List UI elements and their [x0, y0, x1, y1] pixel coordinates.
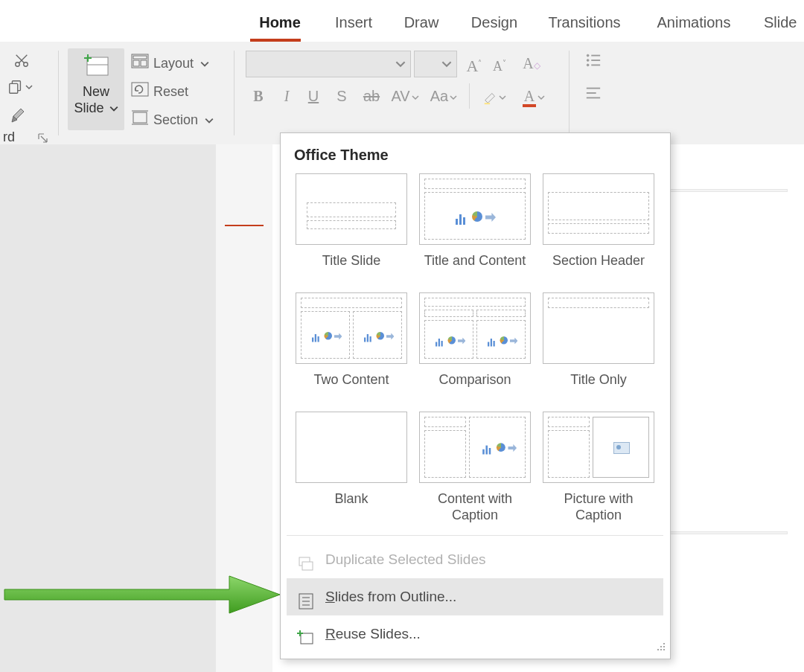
- layout-label: Title Slide: [296, 252, 407, 269]
- reset-icon: [131, 80, 149, 105]
- svg-rect-3: [10, 83, 18, 93]
- copy-icon[interactable]: [7, 79, 24, 98]
- resize-grip-icon[interactable]: [655, 641, 666, 654]
- svg-rect-27: [302, 562, 313, 570]
- change-case-button[interactable]: Aa: [427, 83, 460, 109]
- shrink-font-button[interactable]: A˅: [488, 51, 511, 79]
- svg-point-35: [663, 643, 665, 644]
- clipboard-group-label-partial: rd: [3, 129, 15, 145]
- layout-label: Picture with Caption: [543, 490, 654, 523]
- layout-title-slide[interactable]: Title Slide: [296, 173, 407, 269]
- highlight-button[interactable]: [479, 83, 509, 109]
- reset-label: Reset: [153, 84, 188, 99]
- layout-label: Blank: [296, 490, 407, 507]
- picture-icon: [613, 442, 630, 454]
- svg-point-15: [587, 60, 589, 62]
- cut-icon[interactable]: [13, 52, 30, 71]
- svg-point-37: [663, 646, 665, 647]
- bullets-button[interactable]: [581, 51, 606, 76]
- layout-label: Title Only: [543, 371, 654, 388]
- italic-button[interactable]: I: [275, 83, 298, 109]
- layout-content-with-caption[interactable]: Content with Caption: [419, 412, 531, 523]
- clear-formatting-button[interactable]: A◇: [518, 51, 545, 78]
- layout-section-header[interactable]: Section Header: [543, 173, 654, 269]
- layout-label: Section Header: [543, 252, 654, 269]
- strikethrough-button[interactable]: ab: [359, 83, 384, 109]
- character-spacing-button[interactable]: AV: [389, 83, 421, 109]
- layout-label: Content with Caption: [419, 490, 531, 523]
- svg-rect-4: [132, 54, 148, 68]
- shadow-button[interactable]: S: [331, 83, 353, 109]
- svg-rect-22: [87, 57, 108, 75]
- duplicate-icon: [297, 550, 315, 568]
- thumbnail-pane[interactable]: [216, 144, 273, 672]
- layout-title-only[interactable]: Title Only: [543, 292, 654, 388]
- new-slide-dropdown: Office Theme Title Slide Title and Conte…: [280, 132, 671, 659]
- font-name-combo[interactable]: [246, 51, 411, 77]
- new-slide-label-2: Slide: [68, 100, 124, 115]
- gallery-header: Office Theme: [294, 147, 389, 164]
- layout-comparison[interactable]: Comparison: [419, 292, 531, 388]
- new-slide-button[interactable]: New Slide: [68, 48, 124, 130]
- svg-point-38: [657, 649, 659, 650]
- reset-button[interactable]: Reset: [131, 79, 220, 104]
- menu-label: Slides from Outline...: [325, 589, 456, 604]
- format-painter-icon[interactable]: [10, 106, 28, 127]
- svg-rect-32: [301, 633, 313, 644]
- layout-title-and-content[interactable]: Title and Content: [419, 173, 531, 269]
- menu-label: Reuse Slides...: [325, 626, 421, 641]
- svg-rect-7: [141, 60, 147, 66]
- outline-icon: [297, 587, 315, 605]
- layout-blank[interactable]: Blank: [296, 412, 407, 507]
- grow-font-button[interactable]: A˄: [463, 51, 485, 79]
- font-color-button[interactable]: A: [517, 83, 551, 109]
- layout-icon: [131, 51, 149, 77]
- layout-label: Comparison: [419, 371, 531, 388]
- svg-rect-5: [133, 56, 147, 59]
- reuse-slides-item[interactable]: Reuse Slides...: [287, 615, 663, 653]
- new-slide-icon: [84, 54, 108, 75]
- layout-two-content[interactable]: Two Content: [296, 292, 407, 388]
- align-button[interactable]: [581, 83, 606, 109]
- menu-label: Duplicate Selected Slides: [325, 551, 485, 567]
- slides-from-outline-item[interactable]: Slides from Outline...: [287, 578, 663, 615]
- menu-separator: [287, 535, 663, 536]
- svg-point-40: [663, 649, 665, 650]
- duplicate-selected-slides-item: Duplicate Selected Slides: [287, 541, 663, 578]
- svg-rect-6: [133, 60, 139, 66]
- section-icon: [131, 108, 149, 133]
- layout-label: Layout: [153, 56, 194, 71]
- section-label: Section: [153, 112, 198, 127]
- section-button[interactable]: Section: [131, 107, 228, 132]
- insert-cursor: [225, 225, 264, 226]
- svg-point-13: [587, 54, 589, 57]
- svg-rect-9: [133, 112, 147, 123]
- layout-label: Two Content: [296, 371, 407, 388]
- bold-button[interactable]: B: [247, 83, 269, 109]
- new-slide-label-1: New: [68, 84, 124, 99]
- svg-rect-12: [485, 103, 490, 104]
- layout-picture-with-caption[interactable]: Picture with Caption: [543, 412, 654, 523]
- svg-point-17: [587, 64, 589, 66]
- svg-point-36: [660, 646, 662, 647]
- underline-button[interactable]: U: [302, 83, 325, 109]
- svg-rect-8: [132, 83, 148, 96]
- ribbon-tabs: Home Insert Draw Design Transitions Anim…: [0, 0, 804, 42]
- reuse-icon: [297, 624, 315, 642]
- layout-button[interactable]: Layout: [131, 51, 228, 76]
- layout-label: Title and Content: [419, 252, 531, 269]
- svg-point-39: [660, 649, 662, 650]
- font-size-combo[interactable]: [414, 51, 457, 77]
